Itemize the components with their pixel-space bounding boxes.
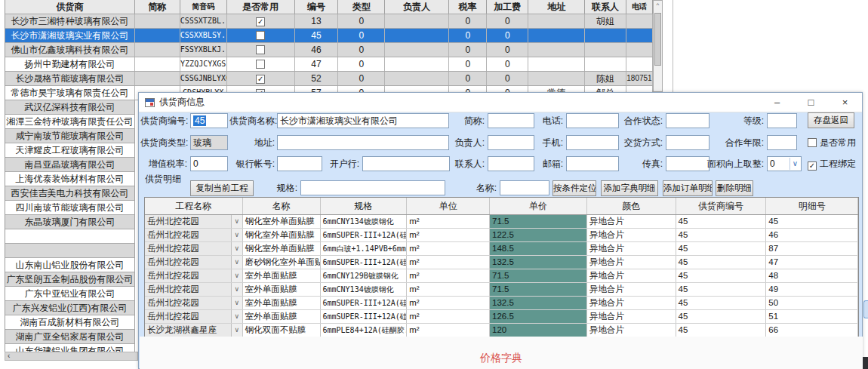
supplier-row[interactable]: 广东坚朗五金制品股份有限公司 xyxy=(5,272,135,287)
supplier-row[interactable]: 武汉亿深科技有限公司 xyxy=(5,100,135,115)
grid-row[interactable]: 岳州北控花园∨钢化室外单面贴膜6mm白玻+1.14PVB+6mm...m²148… xyxy=(145,242,858,256)
grid-row[interactable]: 岳州北控花园∨室外单面贴膜6mmSUPER-III+12A(硅...m²126.… xyxy=(145,310,858,324)
bank-branch-input[interactable] xyxy=(362,156,450,171)
chevron-down-icon[interactable]: ∨ xyxy=(790,158,800,170)
grid-row[interactable]: 岳州北控花园∨室外单面贴膜6mmSUPER-III+12A(硅...m²132.… xyxy=(145,297,858,310)
coop-status-input[interactable] xyxy=(666,113,709,128)
column-header[interactable]: 供货商 xyxy=(5,0,135,14)
chevron-down-icon[interactable]: ∨ xyxy=(231,297,242,309)
grid-column-header[interactable]: 单价 xyxy=(490,198,587,214)
supplier-no-input[interactable]: 45 xyxy=(190,113,228,128)
project-name-combobox[interactable]: 岳州北控花园∨ xyxy=(145,283,243,296)
coop-years-input[interactable] xyxy=(767,135,797,150)
supplier-row[interactable]: 四川南玻节能玻璃有限公司 xyxy=(5,201,135,215)
supplier-row[interactable]: 湖南百成新材料有限公司 xyxy=(5,315,135,330)
grid-row[interactable]: 岳州北控花园∨钢化室外单面贴膜6mmSUPER-III+12A(硅...m²12… xyxy=(145,229,858,242)
short-name-input[interactable] xyxy=(488,113,534,128)
maximize-button[interactable]: □ xyxy=(794,93,828,112)
column-header[interactable]: 加工费 xyxy=(487,0,528,14)
grid-column-header[interactable]: 规格 xyxy=(321,198,408,214)
grid-column-header[interactable]: 名称 xyxy=(243,198,321,214)
name-filter-input[interactable] xyxy=(500,180,549,195)
grid-column-header[interactable]: 单位 xyxy=(407,198,490,214)
phone-input[interactable] xyxy=(566,113,619,128)
supplier-row[interactable]: 广东兴发铝业(江西)有限公司 xyxy=(5,301,135,315)
supplier-row[interactable]: 上海优泰装饰材料有限公司 xyxy=(5,172,135,186)
column-header[interactable]: 简音码 xyxy=(180,0,227,14)
common-use-checkbox[interactable] xyxy=(227,57,295,71)
column-header[interactable]: 电话 xyxy=(626,0,653,14)
project-name-combobox[interactable]: 岳州北控花园∨ xyxy=(145,215,243,228)
supplier-name-input[interactable]: 长沙市潇湘玻璃实业有限公司 xyxy=(277,113,449,128)
project-name-combobox[interactable]: 岳州北控花园∨ xyxy=(145,229,243,241)
grid-row[interactable]: 岳州北控花园∨室外单面贴膜6mmCNY129B镀膜钢化m²71.5异地合片454… xyxy=(145,269,858,283)
chevron-down-icon[interactable]: ∨ xyxy=(231,324,242,337)
area-round-up-select[interactable]: 0∨ xyxy=(767,156,802,171)
supplier-row[interactable]: 湘潭三金特种玻璃有限责任公司 xyxy=(5,115,135,129)
chevron-down-icon[interactable]: ∨ xyxy=(231,310,242,323)
chevron-down-icon[interactable]: ∨ xyxy=(231,283,242,296)
project-name-combobox[interactable]: 岳州北控花园∨ xyxy=(145,269,243,282)
minimize-button[interactable]: – xyxy=(760,93,794,112)
chevron-down-icon[interactable]: ∨ xyxy=(231,229,242,241)
project-name-combobox[interactable]: 长沙龙湖祺鑫星座∨ xyxy=(145,324,243,337)
spec-filter-input[interactable] xyxy=(300,180,445,195)
is-common-checkbox[interactable]: 是否常用 xyxy=(808,135,856,150)
supplier-row[interactable]: 天津耀皮工程玻璃有限公司 xyxy=(5,143,135,158)
common-use-checkbox[interactable] xyxy=(227,72,295,85)
column-header[interactable]: 地址 xyxy=(528,0,585,14)
chevron-down-icon[interactable]: ∨ xyxy=(231,269,242,282)
address-input[interactable] xyxy=(277,135,449,150)
grid-column-header[interactable]: 明细号 xyxy=(766,198,858,214)
chevron-down-icon[interactable]: ∨ xyxy=(231,256,242,269)
supplier-row[interactable]: 扬州中勤建材有限公司YZZQJCYXGS47000 xyxy=(5,57,653,72)
supplier-row[interactable]: 山东南山铝业股份有限公司 xyxy=(5,258,135,272)
project-name-combobox[interactable]: 岳州北控花园∨ xyxy=(145,256,243,269)
supplier-row[interactable]: 南昌亚晶玻璃有限公司 xyxy=(5,158,135,172)
chevron-down-icon[interactable]: ∨ xyxy=(231,242,242,255)
grid-column-header[interactable]: 颜色 xyxy=(587,198,676,214)
supplier-type-input[interactable]: 玻璃 xyxy=(190,135,228,150)
grid-row[interactable]: 长沙龙湖祺鑫星座∨钢化双面不贴膜6mmPLE84+12A(硅酮胶...m²120… xyxy=(145,324,858,337)
project-bind-checkbox[interactable]: 工程绑定 xyxy=(808,156,856,171)
vertical-scrollbar[interactable]: ^ xyxy=(653,0,663,92)
common-use-checkbox[interactable] xyxy=(227,14,295,28)
supplier-row[interactable] xyxy=(5,229,135,244)
copy-current-project-button[interactable]: 复制当前工程 xyxy=(190,180,254,196)
grid-row[interactable]: 岳州北控花园∨室外单面贴膜6mmCNY134镀膜钢化m²71.5异地合片4549 xyxy=(145,283,858,297)
column-header[interactable]: 类型 xyxy=(338,0,385,14)
supplier-row[interactable]: 长沙晟格节能玻璃有限公司CSSGJNBLYXGS52000陈姐180751 xyxy=(5,72,653,86)
column-header[interactable]: 简称 xyxy=(135,0,180,14)
close-button[interactable]: × xyxy=(828,93,862,112)
save-return-button[interactable]: 存盘返回 xyxy=(808,112,854,128)
email-input[interactable] xyxy=(566,156,619,171)
project-name-combobox[interactable]: 岳州北控花园∨ xyxy=(145,242,243,255)
dialog-titlebar[interactable]: 供货商信息 – □ × xyxy=(139,93,862,112)
grid-row[interactable]: 岳州北控花园∨磨砂钢化室外单面贴膜6mmSUPER-III+12A(硅...m²… xyxy=(145,256,858,269)
common-use-checkbox[interactable] xyxy=(227,29,295,42)
column-header[interactable]: 负责人 xyxy=(385,0,449,14)
column-header[interactable]: 是否常用 xyxy=(227,0,295,14)
mobile-input[interactable] xyxy=(566,135,619,150)
supplier-row[interactable]: 西安佳吉美电力科技有限公司 xyxy=(5,186,135,201)
supplier-row[interactable] xyxy=(5,244,135,258)
delete-detail-button[interactable]: 删除明细 xyxy=(716,180,753,196)
supplier-row[interactable]: 湖南广亚全铝家居有限公司 xyxy=(5,330,135,344)
chevron-down-icon[interactable]: ∨ xyxy=(231,215,242,228)
supplier-row[interactable]: 东晶玻璃厦门有限公司 xyxy=(5,215,135,229)
supplier-row[interactable]: 咸宁南玻节能玻璃有限公司 xyxy=(5,129,135,143)
column-header[interactable]: 编号 xyxy=(295,0,339,14)
project-name-combobox[interactable]: 岳州北控花园∨ xyxy=(145,297,243,309)
grid-row[interactable]: 岳州北控花园∨钢化室外单面贴膜6mmCNY134镀膜钢化m²71.5异地合片45… xyxy=(145,215,858,229)
supplier-row[interactable]: 广东中亚铝业有限公司 xyxy=(5,287,135,301)
column-header[interactable]: 税率 xyxy=(449,0,487,14)
project-name-combobox[interactable]: 岳州北控花园∨ xyxy=(145,310,243,323)
add-order-detail-button[interactable]: 添加订单明细 xyxy=(663,180,713,196)
scroll-left-arrow-icon[interactable]: ‹ xyxy=(8,352,10,360)
grid-column-header[interactable]: 供货商编号 xyxy=(676,198,767,214)
bank-account-input[interactable] xyxy=(277,156,322,171)
supplier-row[interactable]: 长沙市潇湘玻璃实业有限公司CSSXXBLSY..45000 xyxy=(5,29,653,43)
delivery-method-input[interactable] xyxy=(666,135,709,150)
scroll-up-arrow-icon[interactable]: ^ xyxy=(654,1,662,11)
vat-rate-input[interactable]: 0 xyxy=(190,156,228,171)
